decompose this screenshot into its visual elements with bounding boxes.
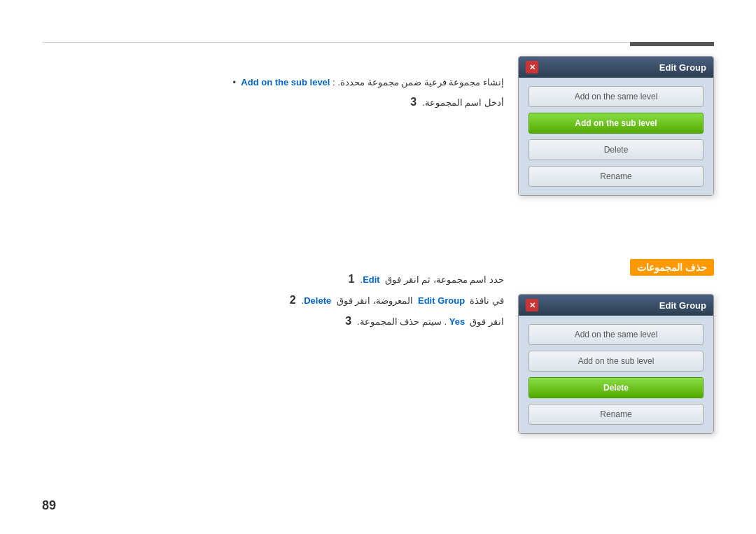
step3-num: 3 [402,96,416,108]
top-section: إنشاء مجموعة فرعية ضمن مجموعة محددة. : A… [42,56,714,196]
bullet-line: إنشاء مجموعة فرعية ضمن مجموعة محددة. : A… [42,77,504,87]
step3-bottom-arabic: انقر فوق Yes . سيتم حذف المجموعة. [357,316,504,327]
step2-num: 2 [282,294,296,307]
right-accent-bar [630,42,714,46]
page-number: 89 [42,498,56,513]
rename-btn-top[interactable]: Rename [528,166,704,187]
dialog-close-button-bottom[interactable]: ✕ [526,299,538,311]
dialog-close-button-top[interactable]: ✕ [526,61,538,73]
step1-arabic: حدد اسم مجموعة، ثم انقر فوق Edit. [360,274,504,285]
dialog-titlebar-bottom: ✕ Edit Group [519,295,713,316]
bottom-text-area: حدد اسم مجموعة، ثم انقر فوق Edit. 1 في ن… [42,266,518,333]
bottom-content: حدد اسم مجموعة، ثم انقر فوق Edit. 1 في ن… [42,266,714,434]
add-on-sub-level-label: Add on the sub level [241,77,330,87]
step3-yes-label: Yes [449,316,465,327]
page-container: إنشاء مجموعة فرعية ضمن مجموعة محددة. : A… [0,0,756,534]
dialog-title-top: Edit Group [659,62,706,73]
step2-delete-label: Delete [304,295,331,306]
add-same-level-btn-top[interactable]: Add on the same level [528,86,704,107]
step1-num: 1 [341,273,355,286]
top-rule [42,42,714,43]
step3-num-bottom: 3 [337,315,351,328]
dialog-body-top: Add on the same level Add on the sub lev… [519,78,713,195]
add-sub-level-btn-top[interactable]: Add on the sub level [528,113,704,134]
bullet-prefix: : [332,77,335,87]
step3-top: أدخل اسم المجموعة. 3 [42,96,504,108]
step3-arabic: أدخل اسم المجموعة. [422,97,504,108]
step1-bottom: حدد اسم مجموعة، ثم انقر فوق Edit. 1 [42,273,504,286]
add-same-level-btn-bottom[interactable]: Add on the same level [528,324,704,345]
add-sub-level-btn-bottom[interactable]: Add on the sub level [528,351,704,372]
top-content: إنشاء مجموعة فرعية ضمن مجموعة محددة. : A… [42,56,714,196]
bottom-section: حدد اسم مجموعة، ثم انقر فوق Edit. 1 في ن… [42,266,714,434]
bullet-arabic-text: إنشاء مجموعة فرعية ضمن مجموعة محددة. [337,77,504,87]
dialog-title-bottom: Edit Group [659,300,706,311]
step2-arabic: في نافذة Edit Group المعروضة، انقر فوق D… [302,295,504,306]
edit-group-dialog-top: ✕ Edit Group Add on the same level Add o… [518,56,714,196]
step1-edit-label: Edit [363,274,380,285]
delete-btn-bottom[interactable]: Delete [528,377,704,398]
top-text-area: إنشاء مجموعة فرعية ضمن مجموعة محددة. : A… [42,56,518,114]
delete-btn-top[interactable]: Delete [528,139,704,160]
step3-bottom: انقر فوق Yes . سيتم حذف المجموعة. 3 [42,315,504,328]
dialog-titlebar-top: ✕ Edit Group [519,57,713,78]
step2-bottom: في نافذة Edit Group المعروضة، انقر فوق D… [42,294,504,307]
edit-group-dialog-bottom: ✕ Edit Group Add on the same level Add o… [518,294,714,434]
dialog-body-bottom: Add on the same level Add on the sub lev… [519,316,713,433]
step2-edit-group-label: Edit Group [418,295,465,306]
rename-btn-bottom[interactable]: Rename [528,404,704,425]
